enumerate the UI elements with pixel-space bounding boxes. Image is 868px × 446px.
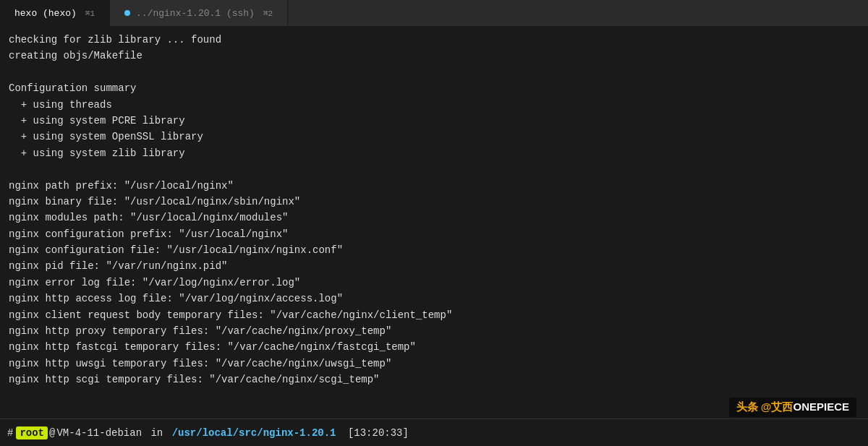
tab-nginx-dot: [124, 10, 130, 16]
prompt-host: VM-4-11-debian: [56, 427, 142, 439]
tab-bar: hexo (hexo) ⌘1 ../nginx-1.20.1 (ssh) ⌘2: [0, 0, 868, 26]
tab-nginx[interactable]: ../nginx-1.20.1 (ssh) ⌘2: [110, 0, 288, 26]
prompt-at: @: [49, 427, 55, 439]
terminal-output: checking for zlib library ... found crea…: [0, 26, 868, 419]
terminal-text: checking for zlib library ... found crea…: [9, 32, 859, 388]
tab-hexo-label: hexo (hexo): [14, 8, 77, 19]
prompt-in: in: [145, 427, 169, 439]
prompt-time-value: [13:20:33]: [348, 427, 409, 439]
tab-nginx-shortcut: ⌘2: [263, 9, 273, 18]
tab-hexo[interactable]: hexo (hexo) ⌘1: [0, 0, 110, 26]
prompt-path: /usr/local/src/nginx-1.20.1: [172, 427, 336, 439]
tab-hexo-shortcut: ⌘1: [85, 9, 95, 18]
prompt-hash: #: [7, 427, 13, 439]
prompt-time: [339, 427, 345, 439]
prompt-bar: # root @ VM-4-11-debian in /usr/local/sr…: [0, 419, 868, 446]
tab-nginx-label: ../nginx-1.20.1 (ssh): [136, 8, 255, 19]
prompt-user: root: [16, 426, 48, 439]
